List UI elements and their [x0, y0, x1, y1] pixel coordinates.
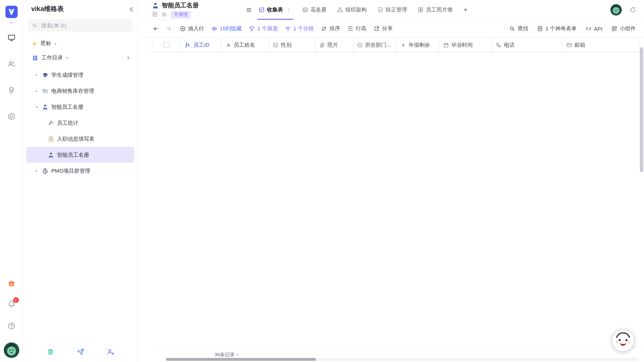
sidebar-item-PMO项目群管理[interactable]: ▸PMO项目群管理: [26, 163, 134, 179]
filter-icon: [249, 26, 255, 31]
folder-node-icon: [42, 88, 48, 94]
apps-icon[interactable]: [7, 112, 15, 120]
vika-logo-icon[interactable]: [5, 6, 18, 18]
templates-icon[interactable]: [7, 86, 15, 94]
workspace-title: vika维格表: [31, 5, 128, 13]
favorite-icon[interactable]: [162, 11, 167, 17]
column-header-email[interactable]: 邮箱: [563, 38, 639, 52]
person-node-icon: [42, 104, 48, 110]
help-icon[interactable]: [7, 322, 15, 330]
view-tab-收集表[interactable]: 收集表⋮: [259, 0, 292, 20]
group-button[interactable]: 1 个分组: [285, 25, 314, 32]
description-icon[interactable]: [152, 11, 158, 17]
undo-icon[interactable]: [153, 25, 160, 32]
find-icon: [509, 26, 515, 31]
workbench-icon[interactable]: [7, 34, 15, 42]
directory-collapse-icon[interactable]: ▾: [66, 56, 68, 60]
widgets-button[interactable]: 小组件: [612, 25, 636, 32]
sidebar-item-员工统计[interactable]: 员工统计: [26, 115, 134, 131]
horizontal-scrollbar: [166, 358, 638, 361]
contacts-icon[interactable]: [7, 60, 15, 68]
search-input[interactable]: [40, 22, 128, 29]
record-count[interactable]: 36条记录 ▾: [214, 351, 239, 358]
email-field-icon: [566, 42, 572, 48]
calendar-field-icon: [443, 42, 449, 48]
row-height-button[interactable]: 行高: [348, 25, 366, 32]
account-avatar[interactable]: [610, 4, 622, 15]
sidebar-footer: [23, 342, 138, 362]
magic-form-button[interactable]: 1 个神奇表单: [537, 25, 577, 32]
sort-label: 排序: [330, 25, 340, 32]
tab-label: 收集表: [267, 6, 283, 13]
view-tab-员工照片墙[interactable]: 员工照片墙: [418, 0, 453, 20]
sidebar: vika维格表 ★ 星标 ▴ 工作目录 ▾ + ▸学生成绩管理▸电商销售库存管理…: [23, 0, 138, 362]
view-sheet-icon: [259, 7, 264, 13]
sidebar-item-电商销售库存管理[interactable]: ▸电商销售库存管理: [26, 83, 134, 99]
column-header-name[interactable]: A员工姓名: [222, 38, 269, 52]
sidebar-collapse-icon[interactable]: [128, 6, 134, 13]
directory-section[interactable]: 工作目录 ▾ +: [23, 50, 138, 65]
user-avatar[interactable]: [4, 343, 19, 358]
gift-icon[interactable]: [7, 279, 15, 287]
datasheet-emoji-icon: [152, 2, 159, 9]
data-grid: fx员工IDA员工姓名性别照片所在部门...#年假剩余毕业时间电话邮箱 36条记…: [138, 38, 644, 362]
sidebar-item-智能员工名册[interactable]: ▾智能员工名册: [26, 99, 134, 115]
filter-button[interactable]: 1 个筛选: [249, 25, 278, 32]
sidebar-item-学生成绩管理[interactable]: ▸学生成绩管理: [26, 67, 134, 83]
starred-collapse-icon[interactable]: ▴: [54, 41, 56, 45]
view-roster-icon: [302, 7, 308, 13]
sidebar-item-入职信息填写表[interactable]: 入职信息填写表: [26, 131, 134, 147]
workspace-switch-chevron-icon[interactable]: ▾: [10, 20, 12, 24]
expand-caret-icon[interactable]: ▸: [34, 89, 39, 93]
tab-label: 花名册: [310, 6, 326, 13]
sidebar-item-智能员工名册[interactable]: 智能员工名册: [26, 147, 134, 163]
api-label: API: [594, 25, 602, 32]
select-all-checkbox[interactable]: [163, 42, 169, 48]
add-view-button[interactable]: +: [463, 5, 468, 14]
permission-badge: 可管理: [171, 10, 191, 18]
expand-caret-icon[interactable]: ▸: [34, 169, 39, 173]
column-header-photo[interactable]: 照片: [315, 38, 353, 52]
filter-label: 1 个筛选: [257, 25, 278, 32]
assistant-mascot-button[interactable]: [611, 328, 635, 352]
view-tab-花名册[interactable]: 花名册: [302, 0, 326, 20]
grid-header-row: fx员工IDA员工姓名性别照片所在部门...#年假剩余毕业时间电话邮箱: [152, 38, 644, 52]
insert-row-button[interactable]: 插入行: [180, 25, 204, 32]
column-header-grad[interactable]: 毕业时间: [440, 38, 492, 52]
share-button[interactable]: 分享: [374, 25, 393, 32]
column-header-id[interactable]: fx员工ID: [181, 38, 222, 52]
invite-member-icon[interactable]: [106, 348, 114, 356]
grid-body: [152, 52, 644, 347]
view-tab-转正管理[interactable]: 转正管理: [378, 0, 407, 20]
sort-button[interactable]: 排序: [321, 25, 340, 32]
app-window: ▾ 1 vika维格表 ★ 星标 ▴: [0, 0, 644, 362]
view-tabs: 收集表⋮花名册组织架构转正管理员工照片墙+: [259, 0, 604, 20]
collapse-caret-icon[interactable]: ▾: [34, 105, 39, 109]
find-button[interactable]: 查找: [509, 25, 528, 32]
starred-section-toggle[interactable]: ★ 星标 ▴: [23, 36, 138, 50]
column-header-phone[interactable]: 电话: [492, 38, 563, 52]
column-header-days[interactable]: #年假剩余: [397, 38, 440, 52]
column-header-dept[interactable]: 所在部门...: [353, 38, 397, 52]
left-rail: ▾ 1: [0, 0, 23, 362]
view-tab-组织架构[interactable]: 组织架构: [337, 0, 367, 20]
api-button[interactable]: API: [586, 25, 602, 32]
column-header-gender[interactable]: 性别: [269, 38, 315, 52]
tab-menu-icon[interactable]: ⋮: [286, 7, 292, 13]
expand-caret-icon[interactable]: ▸: [34, 73, 39, 77]
view-list-icon[interactable]: [246, 7, 252, 13]
search-box[interactable]: [28, 19, 132, 32]
feedback-icon[interactable]: [76, 348, 84, 356]
sidebar-item-label: 员工统计: [57, 119, 78, 126]
form-icon: [537, 26, 543, 31]
share-label: 分享: [382, 25, 393, 32]
column-label: 员工ID: [194, 41, 210, 49]
trash-icon[interactable]: [46, 348, 54, 356]
school-node-icon: [42, 72, 48, 78]
horizontal-scrollbar-thumb[interactable]: [166, 358, 316, 361]
redo-icon[interactable]: [165, 25, 172, 32]
hidden-fields-button[interactable]: 16列隐藏: [212, 25, 242, 32]
sync-status-icon[interactable]: [629, 6, 636, 13]
vertical-scrollbar-thumb[interactable]: [640, 47, 643, 172]
add-node-button[interactable]: +: [126, 54, 130, 61]
